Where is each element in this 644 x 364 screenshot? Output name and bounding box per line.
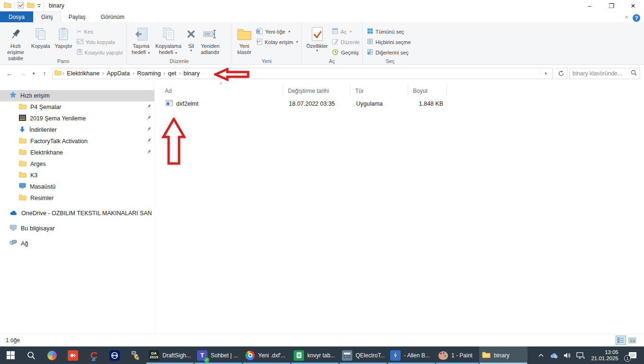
network-tray-icon[interactable]	[575, 346, 586, 364]
qat-new-folder-icon[interactable]	[27, 2, 35, 9]
search-icon[interactable]	[631, 69, 637, 78]
refresh-button[interactable]	[555, 68, 567, 79]
delete-button[interactable]: ✕ Sil ▼	[184, 25, 198, 53]
notification-center-button[interactable]: 1	[623, 346, 642, 364]
tray-chevron-icon[interactable]	[535, 346, 546, 364]
application-file-icon	[166, 100, 173, 108]
select-none-button[interactable]: Hiçbirini seçme	[366, 37, 412, 46]
details-view-button[interactable]	[616, 336, 626, 345]
plc-connection-icon[interactable]	[125, 346, 146, 364]
sidebar-item-quick-access[interactable]: Hızlı erişim	[0, 90, 154, 101]
close-button[interactable]: ✕	[622, 0, 644, 11]
easy-access-button[interactable]: Kolay erişim ▼	[255, 37, 300, 46]
location-folder-icon	[54, 70, 62, 77]
qat-properties-icon[interactable]	[18, 2, 24, 10]
column-header-name[interactable]: ^ Ad	[164, 83, 283, 96]
crumb-elektrikhane[interactable]: Elektrikhane	[64, 70, 102, 77]
recent-locations-dropdown[interactable]: ▾	[30, 68, 37, 79]
tab-paylas[interactable]: Paylaş	[61, 11, 93, 22]
taskbar-search-button[interactable]	[21, 346, 42, 364]
up-button[interactable]: ↑	[39, 68, 50, 79]
crumb-binary[interactable]: binary	[181, 70, 203, 77]
breadcrumb[interactable]: › Elektrikhane › AppData › Roaming › qet…	[52, 68, 553, 79]
volume-icon[interactable]	[562, 346, 573, 364]
pin-to-quick-access-button[interactable]: Hızlı erişime sabitle	[3, 25, 28, 63]
paste-button[interactable]: Yapıştır	[53, 25, 74, 50]
time: 13:05	[591, 349, 618, 355]
copy-path-button[interactable]: Yolu kopyala	[75, 37, 125, 46]
red-diamond-app-icon[interactable]	[63, 346, 83, 364]
taskbar-app-binary[interactable]: binary	[479, 346, 528, 364]
sidebar-item-folder[interactable]: 2019 Şema Yenileme	[0, 113, 154, 124]
cut-button[interactable]: ✂ Kes	[75, 27, 125, 36]
paste-shortcut-button[interactable]: Kısayolu yapıştır	[75, 48, 125, 57]
item-count: 1 öğe	[0, 337, 20, 344]
sidebar-item-folder[interactable]: P4 Şemalar	[0, 101, 154, 113]
search-input[interactable]	[572, 70, 629, 77]
quick-access-toolbar: ▾	[0, 2, 44, 10]
taskbar-app-draftsight[interactable]: DA2019 DraftSigh...	[146, 346, 194, 364]
taskbar-app-sheets[interactable]: knvyr tab...	[291, 346, 339, 364]
forward-button[interactable]: →	[17, 68, 28, 79]
help-icon[interactable]: ?	[633, 14, 640, 22]
copilot-icon[interactable]	[42, 346, 63, 364]
paste-shortcut-icon	[77, 49, 82, 56]
tab-dosya[interactable]: Dosya	[0, 11, 33, 22]
open-button[interactable]: Aç ▼	[331, 27, 361, 36]
sidebar-item-folder[interactable]: K3	[0, 170, 154, 181]
crumb-appdata[interactable]: AppData	[104, 70, 133, 77]
dropdown-caret-icon: ▼	[287, 30, 291, 33]
folder-icon	[482, 351, 491, 360]
restore-button[interactable]: ❐	[600, 0, 622, 11]
taskbar-app-paint[interactable]: 1 - Paint	[436, 346, 479, 364]
properties-button[interactable]: Özellikler ▼	[304, 25, 330, 53]
back-button[interactable]: ←	[4, 68, 15, 79]
crumb-roaming[interactable]: Roaming	[134, 70, 163, 77]
new-folder-button[interactable]: Yeni klasör	[235, 25, 254, 56]
sidebar-item-folder[interactable]: Resimler	[0, 192, 154, 204]
tab-gorunum[interactable]: Görünüm	[93, 11, 132, 22]
dropdown-caret-icon: ▼	[315, 49, 319, 52]
crumb-qet[interactable]: qet	[165, 70, 179, 77]
move-to-button[interactable]: Taşıma hedefi ▼	[130, 25, 152, 56]
taskbar-app-allen-bradley[interactable]: - Allen B...	[387, 346, 436, 364]
column-header-type[interactable]: Tür	[350, 83, 408, 96]
teamviewer-icon[interactable]	[104, 346, 125, 364]
invert-selection-button[interactable]: Diğerlerini seç	[366, 48, 412, 57]
sidebar-item-onedrive[interactable]: OneDrive - OZBILIM TEKSTIL MAKINALARI SA…	[0, 208, 154, 219]
new-item-button[interactable]: Yeni öğe ▼	[255, 27, 300, 36]
sidebar-item-downloads[interactable]: İndirilenler	[0, 124, 154, 136]
sidebar-item-desktop[interactable]: Masaüstü	[0, 181, 154, 192]
onedrive-tray-icon[interactable]	[548, 346, 560, 364]
sidebar-item-this-pc[interactable]: Bu bilgisayar	[0, 223, 154, 234]
sidebar-item-folder[interactable]: Elektrikhane	[0, 147, 154, 158]
folder-icon	[19, 172, 27, 179]
taskbar-app-qelectrotech[interactable]: QElectroT...	[339, 346, 387, 364]
tab-giris[interactable]: Giriş	[33, 11, 61, 22]
pin-icon	[146, 104, 152, 110]
rename-button[interactable]: Yeniden adlandır	[199, 25, 222, 56]
thumbnail-view-button[interactable]	[627, 336, 637, 345]
collapse-ribbon-icon[interactable]: ^	[625, 16, 628, 21]
sidebar-item-folder[interactable]: Arges	[0, 158, 154, 170]
copy-to-button[interactable]: Kopyalama hedefi ▼	[153, 25, 183, 56]
clock[interactable]: 13:05 21.01.2025	[588, 349, 621, 362]
sidebar-item-folder[interactable]: FactoryTalk Activation	[0, 136, 154, 147]
ccleaner-icon[interactable]: C◢	[83, 346, 104, 364]
file-row[interactable]: dxf2elmt 18.07.2022 03:35 Uygulama 1.848…	[164, 99, 447, 109]
qat-customize-dropdown-icon[interactable]: ▾	[37, 4, 41, 8]
start-button[interactable]	[0, 346, 21, 364]
taskbar-app-chrome[interactable]: Yeni .dxf'...	[242, 346, 291, 364]
select-all-button[interactable]: Tümünü seç	[366, 27, 412, 36]
taskbar-app-teams[interactable]: T✓ Sohbet | ...	[194, 346, 242, 364]
copy-button[interactable]: Kopyala	[29, 25, 52, 50]
column-header-size[interactable]: Boyut	[408, 83, 447, 96]
column-header-date[interactable]: Değiştirme tarihi	[283, 83, 350, 96]
edit-button[interactable]: Düzenle	[331, 37, 361, 46]
address-dropdown-icon[interactable]: ▾	[540, 71, 551, 76]
sidebar-item-network[interactable]: Ağ	[0, 238, 154, 249]
minimize-button[interactable]: –	[579, 0, 600, 11]
history-button[interactable]: Geçmiş	[331, 48, 361, 57]
dropdown-caret-icon: ▼	[349, 30, 352, 33]
new-folder-icon	[237, 26, 252, 42]
